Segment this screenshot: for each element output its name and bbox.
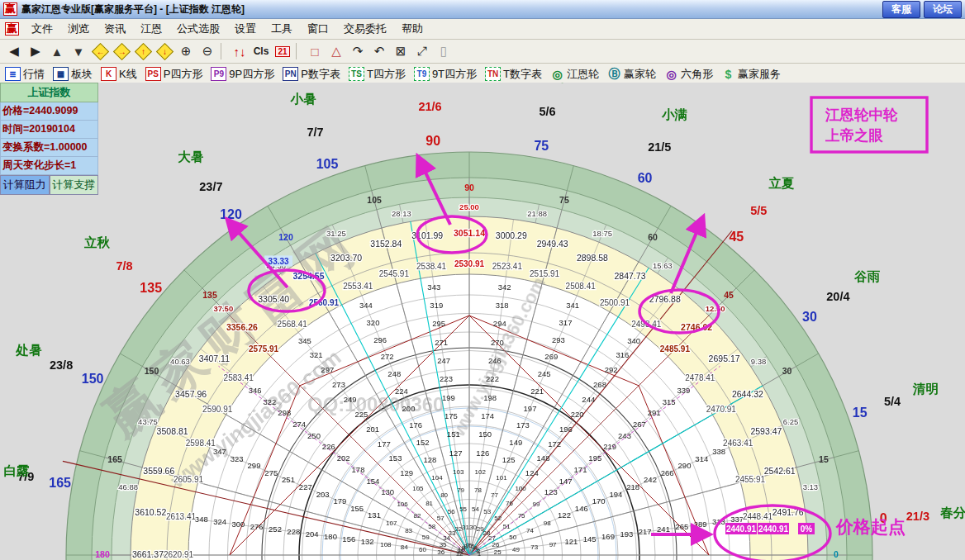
- wheel-label: 121: [564, 537, 578, 546]
- wheel-label: 272: [381, 352, 394, 361]
- menu-tools[interactable]: 工具: [264, 20, 300, 38]
- updown-arrows-icon[interactable]: ↑↓: [230, 42, 250, 60]
- wheel-label: 323: [231, 454, 244, 463]
- wheel-label: 269: [544, 352, 558, 361]
- tool-9P四方形[interactable]: P99P四方形: [211, 67, 274, 82]
- wheel-label: 15.63: [653, 261, 673, 270]
- wheel-label: 127: [449, 448, 463, 458]
- diamond-right-icon[interactable]: →: [112, 42, 131, 60]
- wheel-label: 273: [332, 380, 345, 389]
- tool-T四方形[interactable]: TST四方形: [349, 67, 406, 82]
- window-title: 赢家江恩专业版[赢家服务平台] - [上证指数 江恩轮]: [21, 2, 245, 17]
- wheel-label: 2508.41: [566, 282, 597, 291]
- calc-support-button[interactable]: 计算支撑: [50, 175, 99, 195]
- forum-button[interactable]: 论坛: [924, 1, 962, 18]
- wheel-label: 57: [437, 515, 444, 522]
- wheel-label: 7/7: [307, 126, 324, 139]
- wheel-label: 3610.52: [135, 507, 166, 517]
- rotate-cw-icon[interactable]: ↷: [348, 42, 368, 60]
- menu-browse[interactable]: 浏览: [60, 20, 97, 38]
- wheel-label: 50: [509, 534, 516, 541]
- wheel-label: 249: [344, 395, 357, 404]
- diamond-up-icon[interactable]: ↑: [133, 42, 153, 60]
- triangle-tool-icon[interactable]: △: [326, 42, 346, 60]
- wheel-label: 9.38: [751, 357, 767, 366]
- wheel-label: 2440.91: [758, 524, 789, 534]
- wheel-label: 193: [620, 529, 633, 539]
- wheel-label: 30: [469, 524, 477, 531]
- calendar-21-icon[interactable]: 21: [273, 42, 292, 60]
- tool-icon-11: ◎: [664, 68, 678, 80]
- tool-赢家服务[interactable]: $赢家服务: [721, 67, 781, 82]
- wheel-label: 218: [626, 482, 639, 491]
- wheel-label: 148: [537, 453, 550, 463]
- expand-cross-icon[interactable]: ⤢: [412, 42, 432, 60]
- calc-resistance-button[interactable]: 计算阻力: [0, 175, 50, 195]
- boxed-x-icon[interactable]: ⊠: [391, 42, 411, 60]
- clear-tool-icon[interactable]: ▯: [434, 42, 454, 60]
- wheel-label: 20/4: [826, 290, 849, 303]
- menu-window[interactable]: 窗口: [300, 20, 336, 38]
- wheel-label: 56: [448, 508, 455, 515]
- wheel-label: 146: [575, 504, 588, 513]
- toolbar-separator: [296, 43, 302, 59]
- customer-service-button[interactable]: 客服: [882, 1, 920, 18]
- tool-P数字表[interactable]: PNP数字表: [283, 67, 340, 82]
- square-tool-icon[interactable]: □: [305, 42, 325, 60]
- cls-button[interactable]: Cls: [251, 42, 271, 60]
- wheel-label: 21/3: [906, 510, 929, 523]
- wheel-label: 173: [516, 420, 530, 429]
- wheel-label: 2583.41: [224, 373, 254, 382]
- menu-help[interactable]: 帮助: [394, 20, 430, 38]
- menu-file[interactable]: 文件: [24, 20, 60, 38]
- tool-icon-5: PN: [283, 67, 298, 81]
- gann-wheel-chart[interactable]: 赢家财富网 www.yingjia360.com www.yingjia360.…: [0, 83, 965, 560]
- app-logo-icon: 赢: [3, 2, 17, 16]
- wheel-label: 60: [648, 232, 658, 242]
- tool-板块[interactable]: ▦板块: [53, 67, 93, 82]
- wheel-label: 170: [592, 496, 606, 505]
- menu-gann[interactable]: 江恩: [133, 20, 169, 38]
- nav-left-icon[interactable]: ◀: [4, 42, 24, 60]
- tool-六角形[interactable]: ◎六角形: [664, 67, 713, 82]
- tool-赢家轮[interactable]: Ⓑ赢家轮: [607, 67, 656, 82]
- wheel-label: 340: [627, 336, 640, 345]
- rotate-ccw-icon[interactable]: ↶: [369, 42, 389, 60]
- zoom-out-icon[interactable]: ⊖: [197, 42, 217, 60]
- zoom-in-icon[interactable]: ⊕: [176, 42, 196, 60]
- diamond-down-icon[interactable]: ↓: [154, 42, 174, 60]
- wheel-label: 145: [583, 534, 597, 543]
- tool-9T四方形[interactable]: T99T四方形: [414, 67, 477, 82]
- wheel-label: 300: [231, 520, 245, 529]
- pennant-down-icon[interactable]: ▼: [69, 42, 88, 60]
- menu-news[interactable]: 资讯: [97, 20, 133, 38]
- wheel-label: 25: [494, 548, 502, 556]
- pennant-up-icon[interactable]: ▲: [47, 42, 67, 60]
- menu-settings[interactable]: 设置: [227, 20, 264, 38]
- wheel-label: 82: [413, 512, 421, 520]
- tool-行情[interactable]: ≣行情: [5, 67, 45, 82]
- wheel-label: 81: [425, 500, 433, 507]
- tool-icon-0: ≣: [5, 67, 21, 81]
- wheel-label: 343: [427, 282, 440, 292]
- wheel-label: 3356.26: [226, 322, 258, 332]
- wheel-label: 150: [478, 429, 492, 439]
- wheel-label: 107: [386, 520, 397, 527]
- wheel-label: 3661.37: [132, 549, 164, 559]
- svg-text:上帝之眼: 上帝之眼: [825, 127, 884, 144]
- wheel-label: 271: [435, 338, 448, 347]
- menu-formula-stockpick[interactable]: 公式选股: [169, 20, 227, 38]
- tool-K线[interactable]: KK线: [101, 67, 137, 82]
- nav-right-icon[interactable]: ▶: [26, 42, 45, 60]
- tool-T数字表[interactable]: TNT数字表: [485, 67, 542, 82]
- diamond-left-icon[interactable]: ←: [90, 42, 110, 60]
- menu-trade[interactable]: 交易委托: [336, 20, 394, 38]
- wheel-label: 268: [593, 380, 606, 389]
- tool-P四方形[interactable]: PSP四方形: [145, 67, 203, 82]
- wheel-label: 246: [488, 356, 502, 365]
- tool-icon-8: TN: [485, 67, 501, 81]
- wheel-label: 2949.43: [537, 239, 568, 249]
- wheel-label: 102: [475, 468, 487, 476]
- tool-江恩轮[interactable]: ◎江恩轮: [550, 67, 599, 82]
- wheel-label: 73: [530, 543, 538, 551]
